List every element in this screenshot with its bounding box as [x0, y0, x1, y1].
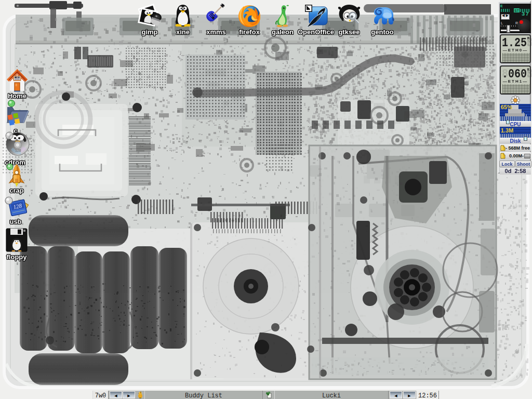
svg-text:128: 128: [15, 149, 21, 152]
